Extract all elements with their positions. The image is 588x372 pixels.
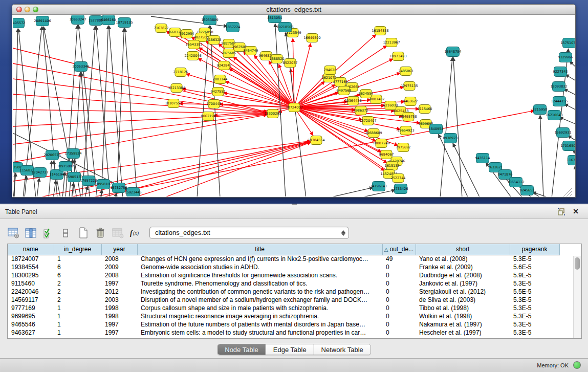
- network-node[interactable]: 20053346: [72, 62, 89, 72]
- column-header-short[interactable]: short: [416, 244, 510, 255]
- network-edge[interactable]: [540, 115, 543, 196]
- network-node[interactable]: 8522037: [283, 59, 298, 68]
- network-node[interactable]: 6497568: [337, 86, 352, 95]
- network-node[interactable]: 8215958: [533, 105, 548, 115]
- table-row[interactable]: 1830029562008Estimation of significance …: [8, 271, 559, 279]
- network-node[interactable]: 17359924: [64, 149, 81, 159]
- network-edge[interactable]: [332, 187, 373, 196]
- column-header-in_degree[interactable]: in_degree: [54, 244, 101, 255]
- table-row[interactable]: 977716911998Corpus callosum shape and si…: [8, 304, 559, 312]
- network-edge[interactable]: [125, 28, 137, 196]
- delete-table-icon[interactable]: [93, 226, 107, 239]
- network-node[interactable]: 10719135: [116, 18, 133, 28]
- network-edge[interactable]: [564, 89, 575, 95]
- network-edge[interactable]: [186, 74, 294, 107]
- table-row[interactable]: 1938455462009Genome-wide association stu…: [8, 263, 559, 271]
- network-node[interactable]: 9463627: [403, 97, 418, 106]
- network-edge[interactable]: [197, 26, 209, 196]
- network-node[interactable]: 1700443: [207, 100, 222, 108]
- table-row[interactable]: 946554611997Estimation of the future num…: [8, 320, 559, 329]
- column-header-out_degree[interactable]: △out_de...: [382, 244, 416, 255]
- network-window-titlebar[interactable]: citations_edges.txt: [12, 5, 575, 15]
- network-node[interactable]: 1733426: [394, 184, 408, 194]
- table-row[interactable]: 2242004622012Investigating the contribut…: [8, 288, 559, 296]
- network-node[interactable]: 7975692: [396, 143, 411, 152]
- network-node[interactable]: 18807249: [373, 139, 389, 148]
- network-node[interactable]: 16210643: [546, 111, 562, 120]
- network-node[interactable]: 794028: [324, 66, 337, 75]
- network-node[interactable]: 5912954: [180, 30, 194, 38]
- network-node[interactable]: 8062190: [201, 112, 216, 121]
- network-node[interactable]: 1621072: [322, 74, 337, 82]
- network-node[interactable]: 8813054: [268, 15, 282, 23]
- network-node[interactable]: 10958107: [95, 180, 112, 189]
- network-node[interactable]: 9227343: [553, 67, 568, 77]
- network-node[interactable]: 7485063: [399, 67, 413, 76]
- network-node[interactable]: 2718126: [173, 68, 188, 77]
- table-scrollbar-thumb[interactable]: [575, 257, 580, 270]
- network-node[interactable]: 20891406: [34, 16, 51, 26]
- memory-indicator-icon[interactable]: [573, 361, 581, 369]
- network-node[interactable]: 15923445: [124, 188, 141, 197]
- network-node[interactable]: 9245652: [520, 186, 535, 195]
- table-row[interactable]: 1872400712008Changes of HCN gene express…: [8, 255, 559, 263]
- network-node[interactable]: 8186328: [207, 36, 222, 45]
- network-node[interactable]: 20206576: [43, 150, 60, 160]
- table-settings-icon[interactable]: [6, 226, 20, 239]
- network-node[interactable]: 7163822: [154, 24, 169, 33]
- table-row[interactable]: 1456911722003Disruption of a novel membe…: [8, 296, 559, 304]
- network-node[interactable]: 7986372: [354, 106, 368, 115]
- network-edge[interactable]: [163, 142, 311, 196]
- network-node[interactable]: 15692931: [554, 128, 571, 138]
- network-node[interactable]: 16154838: [372, 27, 388, 35]
- table-scrollbar[interactable]: [573, 256, 581, 338]
- network-node[interactable]: 9115460: [418, 105, 432, 114]
- network-edge[interactable]: [37, 178, 39, 196]
- network-node[interactable]: 2522744: [391, 174, 406, 183]
- close-panel-icon[interactable]: ✕: [572, 207, 580, 215]
- network-node[interactable]: 12975135: [401, 82, 418, 91]
- network-node[interactable]: 1588520: [270, 55, 285, 63]
- network-node[interactable]: 2405572: [13, 18, 25, 28]
- table-select[interactable]: citations_edges.txt: [149, 227, 349, 239]
- column-header-year[interactable]: year: [101, 244, 137, 255]
- network-node[interactable]: 16033809: [201, 15, 218, 25]
- network-node[interactable]: 10653247: [69, 15, 86, 25]
- network-node[interactable]: 9242845: [217, 61, 232, 70]
- network-node[interactable]: 16648784: [444, 47, 461, 57]
- network-node[interactable]: 1167533: [567, 156, 575, 165]
- network-node[interactable]: 12213967: [383, 38, 400, 47]
- network-edge[interactable]: [559, 117, 575, 124]
- network-edge[interactable]: [13, 79, 267, 113]
- network-node[interactable]: 1615132: [385, 162, 400, 170]
- network-node[interactable]: 10688609: [365, 129, 382, 138]
- network-node[interactable]: 19654923: [397, 126, 414, 135]
- column-header-name[interactable]: name: [8, 244, 54, 255]
- network-edge[interactable]: [229, 69, 294, 107]
- network-node[interactable]: 19384554: [308, 136, 324, 145]
- tab-node-table[interactable]: Node Table: [217, 344, 266, 355]
- network-graph[interactable]: 1872400718300295193845541512354916649500…: [13, 15, 575, 196]
- network-edge[interactable]: [210, 26, 220, 196]
- network-node[interactable]: 8454749: [244, 47, 258, 55]
- network-edge[interactable]: [453, 143, 480, 196]
- network-node[interactable]: 1840954: [429, 124, 444, 134]
- float-panel-icon[interactable]: [557, 208, 565, 216]
- column-header-pagerank[interactable]: pagerank: [510, 244, 559, 255]
- rows-icon[interactable]: [58, 226, 73, 239]
- network-node[interactable]: 12093832: [550, 82, 567, 92]
- network-node[interactable]: 5624554: [359, 90, 374, 98]
- network-node[interactable]: 9875685: [222, 49, 236, 58]
- table-row[interactable]: 969969511998Structural magnetic resonanc…: [8, 312, 559, 320]
- network-node[interactable]: 9329966: [558, 53, 573, 62]
- tab-network-table[interactable]: Network Table: [314, 344, 371, 355]
- network-node[interactable]: 12042737: [31, 168, 48, 178]
- network-node[interactable]: 16649500: [303, 34, 320, 42]
- network-canvas[interactable]: 1872400718300295193845541512354916649500…: [13, 15, 575, 196]
- network-node[interactable]: 6466160: [101, 15, 116, 25]
- network-node[interactable]: 14196141: [370, 182, 387, 191]
- table-row[interactable]: 911546021997Tourette syndrome. Phenomeno…: [8, 279, 559, 288]
- column-header-title[interactable]: title: [137, 244, 382, 255]
- network-node[interactable]: 7857224: [226, 23, 241, 32]
- network-node[interactable]: 17016504: [560, 141, 575, 151]
